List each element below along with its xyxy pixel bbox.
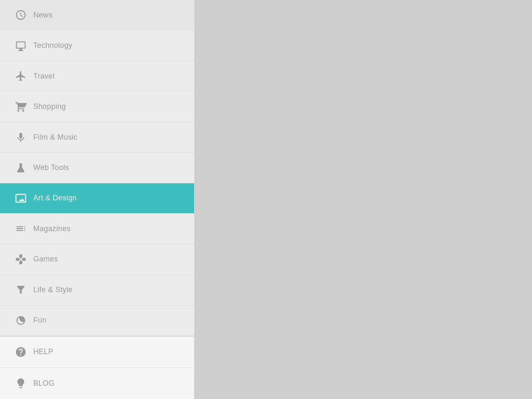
bulb-icon [8, 377, 33, 389]
footer-section: HELP BLOG [0, 336, 194, 399]
sidebar-item-games[interactable]: Games [0, 244, 194, 275]
sidebar-item-art-design[interactable]: Art & Design [0, 183, 194, 214]
sidebar-item-life-style-label: Life & Style [33, 286, 73, 294]
mic-icon [8, 131, 33, 143]
plane-icon [8, 70, 33, 82]
sidebar-item-fun-label: Fun [33, 316, 47, 325]
sidebar-item-travel[interactable]: Travel [0, 61, 194, 91]
sidebar-item-technology[interactable]: Technology [0, 30, 194, 61]
sidebar-item-news[interactable]: News [0, 0, 194, 30]
sidebar-item-fun[interactable]: Fun [0, 305, 194, 336]
sidebar-item-blog[interactable]: BLOG [0, 368, 194, 399]
image-icon [8, 192, 33, 204]
sidebar-item-web-tools-label: Web Tools [33, 163, 69, 172]
rocket-icon [8, 315, 33, 326]
sidebar-item-film-music-label: Film & Music [33, 133, 78, 142]
sidebar-item-shopping-label: Shopping [33, 102, 66, 111]
cart-icon [8, 101, 33, 113]
sidebar-item-magazines-label: Magazines [33, 224, 71, 233]
sidebar-item-art-design-label: Art & Design [33, 194, 77, 202]
flask-icon [8, 162, 33, 173]
sidebar-item-news-label: News [33, 11, 52, 20]
sidebar-item-blog-label: BLOG [33, 379, 54, 388]
sidebar-item-games-label: Games [33, 255, 58, 264]
question-icon [8, 346, 33, 358]
sidebar-item-web-tools[interactable]: Web Tools [0, 153, 194, 183]
sidebar-item-help-label: HELP [33, 347, 53, 356]
sidebar-item-film-music[interactable]: Film & Music [0, 122, 194, 153]
sidebar-item-shopping[interactable]: Shopping [0, 91, 194, 122]
clock-icon [8, 9, 33, 21]
sidebar-item-magazines[interactable]: Magazines [0, 214, 194, 244]
sidebar-item-help[interactable]: HELP [0, 337, 194, 368]
gamepad-icon [8, 254, 33, 265]
monitor-icon [8, 40, 33, 52]
sidebar-item-travel-label: Travel [33, 72, 54, 81]
sidebar: News Technology Travel Shopping [0, 0, 195, 399]
sidebar-item-technology-label: Technology [33, 41, 72, 50]
filter-icon [8, 284, 33, 296]
sidebar-item-life-style[interactable]: Life & Style [0, 275, 194, 305]
lines-icon [8, 223, 33, 234]
main-content [195, 0, 532, 399]
